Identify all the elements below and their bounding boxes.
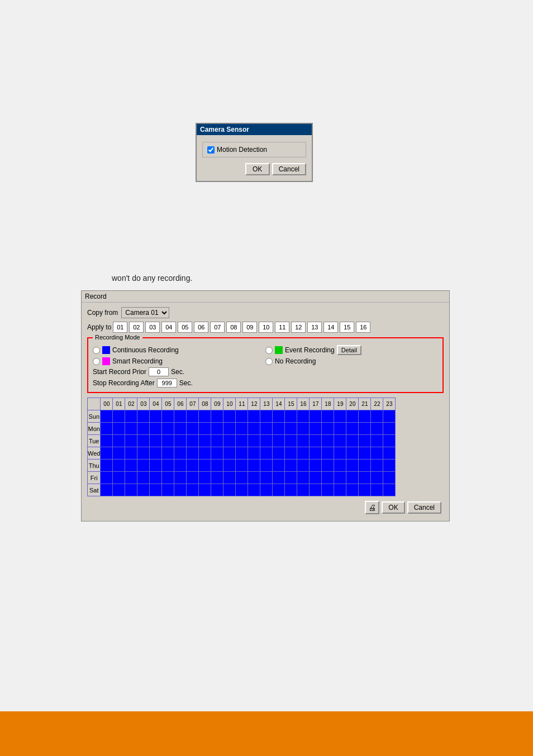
schedule-cell-sat-21[interactable] — [359, 484, 371, 496]
schedule-cell-sat-23[interactable] — [383, 484, 396, 496]
schedule-cell-wed-11[interactable] — [236, 447, 248, 460]
schedule-cell-tue-1[interactable] — [113, 435, 125, 447]
schedule-cell-wed-12[interactable] — [248, 447, 260, 460]
apply-cell-16[interactable]: 16 — [356, 322, 370, 333]
schedule-cell-wed-9[interactable] — [211, 447, 223, 460]
schedule-cell-thu-23[interactable] — [383, 460, 396, 472]
schedule-cell-mon-7[interactable] — [187, 423, 199, 435]
apply-cell-12[interactable]: 12 — [291, 322, 306, 333]
event-detail-button[interactable]: Detail — [337, 345, 361, 355]
schedule-cell-tue-21[interactable] — [359, 435, 371, 447]
schedule-cell-tue-14[interactable] — [273, 435, 285, 447]
stop-recording-input[interactable] — [157, 379, 177, 387]
schedule-cell-fri-10[interactable] — [223, 472, 236, 484]
schedule-cell-sat-1[interactable] — [113, 484, 125, 496]
apply-cell-13[interactable]: 13 — [307, 322, 322, 333]
schedule-cell-tue-7[interactable] — [187, 435, 199, 447]
schedule-cell-sun-9[interactable] — [211, 410, 223, 423]
schedule-cell-thu-0[interactable] — [101, 460, 113, 472]
schedule-cell-wed-10[interactable] — [223, 447, 236, 460]
schedule-cell-mon-5[interactable] — [162, 423, 174, 435]
schedule-cell-wed-4[interactable] — [150, 447, 162, 460]
schedule-cell-tue-23[interactable] — [383, 435, 396, 447]
schedule-cell-sat-6[interactable] — [174, 484, 187, 496]
schedule-cell-mon-12[interactable] — [248, 423, 260, 435]
schedule-cell-sun-3[interactable] — [137, 410, 150, 423]
apply-cell-06[interactable]: 06 — [194, 322, 208, 333]
schedule-cell-thu-17[interactable] — [310, 460, 322, 472]
apply-cell-11[interactable]: 11 — [275, 322, 289, 333]
schedule-cell-mon-15[interactable] — [285, 423, 297, 435]
schedule-cell-mon-1[interactable] — [113, 423, 125, 435]
schedule-cell-wed-15[interactable] — [285, 447, 297, 460]
schedule-cell-sat-0[interactable] — [101, 484, 113, 496]
schedule-cell-tue-19[interactable] — [334, 435, 346, 447]
schedule-cell-wed-0[interactable] — [101, 447, 113, 460]
motion-detection-checkbox[interactable] — [207, 146, 215, 154]
schedule-cell-tue-5[interactable] — [162, 435, 174, 447]
schedule-cell-tue-18[interactable] — [322, 435, 334, 447]
schedule-cell-sat-16[interactable] — [297, 484, 310, 496]
schedule-cell-tue-10[interactable] — [223, 435, 236, 447]
schedule-cell-fri-4[interactable] — [150, 472, 162, 484]
schedule-cell-fri-16[interactable] — [297, 472, 310, 484]
schedule-cell-mon-3[interactable] — [137, 423, 150, 435]
schedule-cell-tue-22[interactable] — [371, 435, 383, 447]
apply-cell-07[interactable]: 07 — [210, 322, 225, 333]
schedule-cell-tue-17[interactable] — [310, 435, 322, 447]
schedule-cell-sat-2[interactable] — [125, 484, 137, 496]
schedule-cell-mon-14[interactable] — [273, 423, 285, 435]
copy-from-select[interactable]: Camera 01 — [121, 307, 169, 318]
schedule-cell-sun-1[interactable] — [113, 410, 125, 423]
schedule-cell-wed-13[interactable] — [260, 447, 273, 460]
schedule-cell-tue-15[interactable] — [285, 435, 297, 447]
schedule-cell-sun-2[interactable] — [125, 410, 137, 423]
schedule-cell-thu-13[interactable] — [260, 460, 273, 472]
schedule-cell-fri-12[interactable] — [248, 472, 260, 484]
schedule-cell-thu-18[interactable] — [322, 460, 334, 472]
schedule-cell-wed-21[interactable] — [359, 447, 371, 460]
apply-cell-15[interactable]: 15 — [340, 322, 354, 333]
schedule-cell-sun-20[interactable] — [346, 410, 359, 423]
schedule-cell-sat-8[interactable] — [199, 484, 211, 496]
schedule-cell-wed-2[interactable] — [125, 447, 137, 460]
schedule-cell-wed-1[interactable] — [113, 447, 125, 460]
schedule-cell-sat-3[interactable] — [137, 484, 150, 496]
schedule-cell-sat-14[interactable] — [273, 484, 285, 496]
schedule-cell-fri-13[interactable] — [260, 472, 273, 484]
schedule-cell-sat-12[interactable] — [248, 484, 260, 496]
schedule-cell-mon-20[interactable] — [346, 423, 359, 435]
schedule-cell-tue-16[interactable] — [297, 435, 310, 447]
schedule-cell-sun-18[interactable] — [322, 410, 334, 423]
schedule-cell-fri-22[interactable] — [371, 472, 383, 484]
schedule-cell-sun-14[interactable] — [273, 410, 285, 423]
schedule-cell-wed-14[interactable] — [273, 447, 285, 460]
print-button[interactable]: 🖨 — [365, 501, 379, 514]
schedule-cell-wed-8[interactable] — [199, 447, 211, 460]
schedule-cell-thu-20[interactable] — [346, 460, 359, 472]
schedule-cell-mon-23[interactable] — [383, 423, 396, 435]
schedule-cell-sun-19[interactable] — [334, 410, 346, 423]
schedule-cell-fri-1[interactable] — [113, 472, 125, 484]
schedule-cell-thu-8[interactable] — [199, 460, 211, 472]
apply-cell-04[interactable]: 04 — [161, 322, 176, 333]
schedule-cell-sun-6[interactable] — [174, 410, 187, 423]
schedule-cell-tue-3[interactable] — [137, 435, 150, 447]
schedule-cell-tue-0[interactable] — [101, 435, 113, 447]
schedule-cell-fri-5[interactable] — [162, 472, 174, 484]
schedule-cell-mon-22[interactable] — [371, 423, 383, 435]
schedule-cell-wed-19[interactable] — [334, 447, 346, 460]
schedule-cell-thu-19[interactable] — [334, 460, 346, 472]
schedule-cell-thu-22[interactable] — [371, 460, 383, 472]
schedule-cell-sun-17[interactable] — [310, 410, 322, 423]
schedule-cell-fri-21[interactable] — [359, 472, 371, 484]
schedule-cell-mon-9[interactable] — [211, 423, 223, 435]
schedule-cell-tue-20[interactable] — [346, 435, 359, 447]
schedule-cell-mon-2[interactable] — [125, 423, 137, 435]
schedule-cell-sat-7[interactable] — [187, 484, 199, 496]
schedule-cell-sun-12[interactable] — [248, 410, 260, 423]
apply-cell-09[interactable]: 09 — [242, 322, 257, 333]
event-radio[interactable] — [265, 347, 273, 354]
schedule-cell-mon-13[interactable] — [260, 423, 273, 435]
camera-sensor-cancel-button[interactable]: Cancel — [272, 163, 306, 175]
